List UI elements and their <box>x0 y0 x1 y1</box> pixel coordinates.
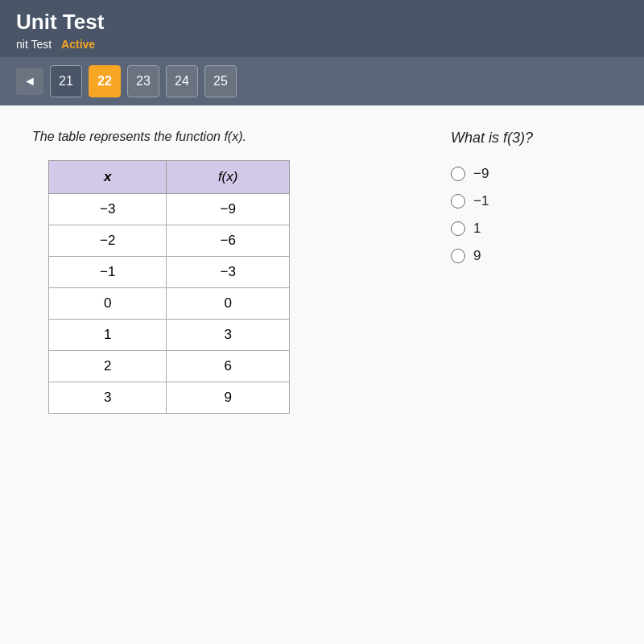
table-col-x-header: x <box>49 161 167 194</box>
question-text: What is f(3)? <box>451 130 612 147</box>
breadcrumb-link[interactable]: nit Test <box>16 38 52 51</box>
table-cell-x: 2 <box>49 351 167 382</box>
table-row: −2 −6 <box>49 225 290 257</box>
table-row: −1 −3 <box>49 257 290 288</box>
answer-options: −9 −1 1 9 <box>451 166 612 264</box>
table-cell-x: 1 <box>49 320 167 351</box>
answer-option-1[interactable]: 1 <box>451 221 612 237</box>
function-table: x f(x) −3 −9 −2 −6 −1 −3 0 0 1 3 2 6 3 9 <box>48 160 290 414</box>
breadcrumb: nit Test Active <box>16 38 628 51</box>
left-column: The table represents the function f(x). … <box>32 130 402 621</box>
table-cell-x: 3 <box>49 382 167 414</box>
table-cell-fx: 6 <box>167 351 290 382</box>
table-col-fx-header: f(x) <box>167 161 290 194</box>
breadcrumb-active: Active <box>61 38 95 51</box>
question-intro: The table represents the function f(x). <box>32 130 402 144</box>
table-row: −3 −9 <box>49 194 290 225</box>
nav-btn-22[interactable]: 22 <box>89 65 121 97</box>
radio-9[interactable] <box>451 249 465 263</box>
table-cell-fx: 3 <box>167 320 290 351</box>
nav-btn-21[interactable]: 21 <box>50 65 82 97</box>
table-row: 1 3 <box>49 320 290 351</box>
radio-neg9[interactable] <box>451 167 465 181</box>
option-label-1: 1 <box>473 221 481 237</box>
radio-1[interactable] <box>451 221 465 236</box>
table-row: 3 9 <box>49 382 290 414</box>
table-cell-fx: −6 <box>167 225 290 257</box>
table-cell-x: −2 <box>49 225 167 257</box>
option-label-9: 9 <box>473 248 481 264</box>
table-cell-fx: −9 <box>167 194 290 225</box>
table-cell-x: 0 <box>49 288 167 320</box>
nav-btn-25[interactable]: 25 <box>204 65 237 97</box>
table-row: 0 0 <box>49 288 290 320</box>
right-column: What is f(3)? −9 −1 1 9 <box>451 130 612 621</box>
nav-btn-24[interactable]: 24 <box>166 65 198 97</box>
question-nav: ◄ 21 22 23 24 25 <box>0 57 644 105</box>
answer-option-neg9[interactable]: −9 <box>451 166 612 182</box>
option-label-neg1: −1 <box>473 193 489 209</box>
table-cell-fx: −3 <box>167 257 290 288</box>
radio-neg1[interactable] <box>451 194 465 208</box>
main-content: The table represents the function f(x). … <box>0 105 644 644</box>
header: Unit Test nit Test Active <box>0 0 644 57</box>
answer-option-9[interactable]: 9 <box>451 248 612 264</box>
answer-option-neg1[interactable]: −1 <box>451 193 612 209</box>
page-title: Unit Test <box>16 10 628 35</box>
nav-prev-button[interactable]: ◄ <box>16 68 43 95</box>
table-cell-x: −3 <box>49 194 167 225</box>
table-cell-x: −1 <box>49 257 167 288</box>
table-cell-fx: 0 <box>167 288 290 320</box>
table-row: 2 6 <box>49 351 290 382</box>
option-label-neg9: −9 <box>473 166 489 182</box>
table-cell-fx: 9 <box>167 382 290 414</box>
nav-btn-23[interactable]: 23 <box>127 65 159 97</box>
